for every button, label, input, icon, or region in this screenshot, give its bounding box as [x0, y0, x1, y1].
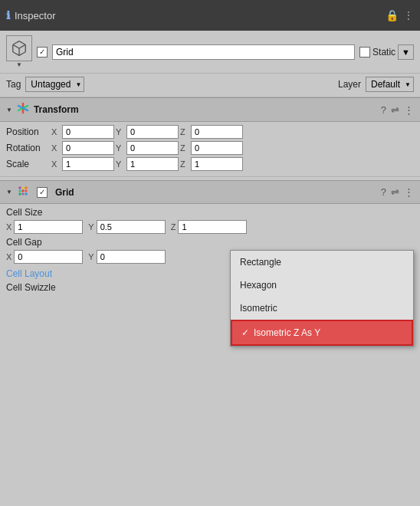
- rotation-xyz: X Y Z: [51, 141, 414, 155]
- position-z-input[interactable]: [191, 125, 243, 139]
- grid-section-header[interactable]: ▼ ✓ Grid ? ⇌ ⋮: [0, 180, 420, 204]
- header-menu-icon[interactable]: ⋮: [403, 9, 414, 21]
- position-x-input[interactable]: [62, 125, 114, 139]
- pos-z-label: Z: [180, 127, 189, 136]
- rotation-x-input[interactable]: [62, 141, 114, 155]
- dropdown-item-isometric[interactable]: Isometric: [231, 297, 413, 320]
- cell-size-input-row: X Y Z: [6, 220, 414, 234]
- inspector-panel: ℹ Inspector 🔒 ⋮ ▼ ✓ Static ▼ Tag: [0, 0, 420, 506]
- cell-size-x-input[interactable]: [14, 220, 83, 234]
- tag-dropdown-wrapper[interactable]: Untagged ▼: [25, 77, 84, 92]
- grid-help-icon[interactable]: ?: [381, 186, 386, 198]
- inspector-header: ℹ Inspector 🔒 ⋮: [0, 0, 420, 31]
- scale-xyz: X Y Z: [51, 157, 414, 171]
- lock-icon[interactable]: 🔒: [386, 9, 399, 21]
- rot-y-label: Y: [116, 143, 125, 153]
- scale-y-input[interactable]: [126, 157, 179, 171]
- cell-size-xy: X Y Z: [6, 220, 247, 234]
- dropdown-item-isometric-z[interactable]: ✓ Isometric Z As Y: [231, 320, 413, 346]
- rotation-row: Rotation X Y Z: [6, 141, 414, 155]
- layout-dropdown-popup[interactable]: Rectangle Hexagon Isometric ✓ Isometric …: [230, 250, 414, 347]
- rotation-z-input[interactable]: [191, 141, 243, 155]
- transform-help-icon[interactable]: ?: [381, 104, 386, 116]
- transform-settings-icon[interactable]: ⇌: [391, 104, 399, 116]
- transform-section-header[interactable]: ▼ Transform ? ⇌ ⋮: [0, 97, 420, 122]
- grid-component-icon: [17, 185, 29, 199]
- info-icon: ℹ: [6, 9, 10, 21]
- transform-body: Position X Y Z Rotation X Y Z Scale: [0, 122, 420, 177]
- grid-settings-icon[interactable]: ⇌: [391, 186, 399, 198]
- object-bar: ▼ ✓ Static ▼: [0, 31, 420, 74]
- layer-label: Layer: [338, 79, 361, 90]
- layer-select[interactable]: Default: [366, 77, 414, 92]
- scale-x-label: X: [51, 159, 61, 169]
- position-y-input[interactable]: [126, 125, 179, 139]
- svg-point-7: [25, 192, 28, 196]
- position-row: Position X Y Z: [6, 125, 414, 139]
- position-label: Position: [6, 127, 48, 137]
- object-icon-arrow[interactable]: ▼: [16, 61, 22, 68]
- selected-checkmark: ✓: [241, 327, 249, 338]
- dropdown-item-isometric-z-label: Isometric Z As Y: [254, 327, 320, 338]
- cell-gap-xy: X Y: [6, 250, 166, 264]
- cell-swizzle-label: Cell Swizzle: [6, 282, 56, 293]
- object-name-input[interactable]: [52, 44, 355, 60]
- grid-collapse-arrow[interactable]: ▼: [6, 189, 12, 196]
- tag-select[interactable]: Untagged: [25, 77, 84, 92]
- tag-layer-row: Tag Untagged ▼ Layer Default ▼: [0, 74, 420, 97]
- cell-size-label: Cell Size: [6, 207, 42, 218]
- position-xyz: X Y Z: [51, 125, 414, 139]
- cell-size-x-label: X: [6, 222, 11, 232]
- cell-gap-y-label: Y: [88, 252, 94, 261]
- pos-y-label: Y: [116, 127, 125, 136]
- grid-active-checkbox[interactable]: ✓: [37, 187, 48, 198]
- cell-gap-y-input[interactable]: [97, 250, 166, 264]
- scale-z-input[interactable]: [191, 157, 243, 171]
- scale-row: Scale X Y Z: [6, 157, 414, 171]
- pos-x-label: X: [51, 127, 61, 136]
- object-icon-box: [6, 35, 32, 61]
- cell-size-y-input[interactable]: [97, 220, 166, 234]
- inspector-title: Inspector: [15, 10, 55, 21]
- rot-x-label: X: [51, 143, 61, 153]
- rotation-label: Rotation: [6, 143, 48, 153]
- static-label: Static: [372, 47, 395, 58]
- dropdown-item-rectangle[interactable]: Rectangle: [231, 251, 413, 274]
- dropdown-item-hexagon[interactable]: Hexagon: [231, 274, 413, 297]
- grid-menu-icon[interactable]: ⋮: [404, 186, 414, 198]
- cell-layout-link[interactable]: Cell Layout: [6, 268, 52, 279]
- grid-component-title: Grid: [55, 187, 74, 198]
- svg-point-4: [18, 186, 21, 189]
- cell-gap-label-row: Cell Gap: [6, 237, 414, 248]
- cell-gap-x-label: X: [6, 252, 11, 261]
- transform-title: Transform: [34, 104, 79, 115]
- cell-size-label-row: Cell Size: [6, 207, 414, 218]
- cell-size-y-label: Y: [88, 222, 94, 232]
- svg-point-11: [25, 190, 27, 192]
- transform-icon: [17, 102, 29, 117]
- cell-size-z-input[interactable]: [178, 220, 247, 234]
- static-checkbox[interactable]: [359, 47, 370, 58]
- svg-point-6: [18, 192, 21, 196]
- grid-body: Cell Size X Y Z Cell Gap X Y: [0, 204, 420, 298]
- svg-point-12: [21, 193, 24, 196]
- scale-y-label: Y: [116, 159, 125, 169]
- svg-point-10: [18, 190, 21, 192]
- scale-label: Scale: [6, 159, 48, 169]
- cell-gap-x-input[interactable]: [14, 250, 83, 264]
- static-row: Static ▼: [359, 44, 414, 60]
- transform-collapse-arrow[interactable]: ▼: [6, 107, 12, 113]
- cell-size-z-label: Z: [171, 222, 176, 232]
- transform-menu-icon[interactable]: ⋮: [404, 104, 414, 116]
- rot-z-label: Z: [180, 143, 189, 153]
- layer-dropdown-wrapper[interactable]: Default ▼: [366, 77, 414, 92]
- static-dropdown-btn[interactable]: ▼: [398, 44, 414, 60]
- svg-point-9: [21, 187, 24, 189]
- scale-x-input[interactable]: [62, 157, 114, 171]
- object-active-checkbox[interactable]: ✓: [37, 47, 48, 58]
- rotation-y-input[interactable]: [126, 141, 179, 155]
- svg-point-8: [21, 189, 25, 192]
- scale-z-label: Z: [180, 159, 189, 169]
- tag-label: Tag: [6, 79, 21, 90]
- svg-point-5: [25, 186, 28, 189]
